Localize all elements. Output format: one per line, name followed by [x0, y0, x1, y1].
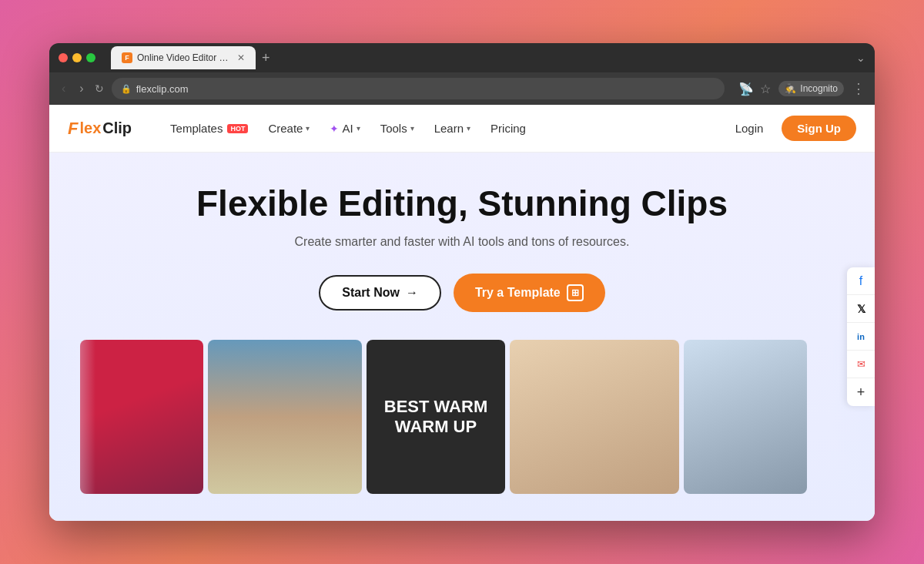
back-button[interactable]: ‹ — [59, 80, 69, 97]
title-bar: F Online Video Editor - Make V ✕ + ⌄ — [49, 43, 875, 72]
create-chevron-icon: ▾ — [306, 124, 310, 133]
facebook-icon: f — [859, 274, 862, 288]
learn-chevron-icon: ▾ — [467, 124, 470, 133]
gallery-item-4[interactable] — [510, 340, 679, 494]
try-template-button[interactable]: Try a Template ⊞ — [454, 274, 605, 312]
ai-label: AI — [342, 122, 353, 135]
email-icon: ✉ — [857, 358, 865, 370]
hero-section: Flexible Editing, Stunning Clips Create … — [49, 153, 875, 521]
warmup-line1: BEST WARM — [384, 397, 487, 417]
cast-icon[interactable]: 📡 — [738, 82, 754, 96]
forward-button[interactable]: › — [76, 80, 86, 97]
tools-label: Tools — [380, 122, 407, 135]
email-share-button[interactable]: ✉ — [847, 351, 875, 378]
couple-thumbnail — [510, 340, 679, 494]
gallery-fade-left — [49, 340, 95, 494]
twitter-share-button[interactable]: 𝕏 — [847, 295, 875, 323]
tab-extension-button[interactable]: ⌄ — [856, 52, 865, 64]
tools-chevron-icon: ▾ — [410, 124, 414, 133]
tab-close-icon[interactable]: ✕ — [237, 52, 245, 63]
address-bar: ‹ › ↻ 🔒 flexclip.com 📡 ☆ 🕵 Incognito ⋮ — [49, 72, 875, 105]
refresh-button[interactable]: ↻ — [95, 82, 104, 95]
incognito-indicator: 🕵 Incognito — [778, 81, 844, 96]
minimize-button[interactable] — [72, 53, 82, 62]
url-text: flexclip.com — [136, 83, 189, 95]
bookmark-icon[interactable]: ☆ — [760, 82, 771, 96]
gallery-item-2[interactable] — [208, 340, 362, 494]
social-sidebar: f 𝕏 in ✉ + — [847, 267, 875, 406]
template-gallery: BEST WARM WARM UP — [49, 340, 875, 494]
linkedin-icon: in — [857, 332, 865, 341]
warmup-line2: WARM UP — [384, 417, 487, 437]
tab-title: Online Video Editor - Make V — [137, 52, 229, 63]
hot-badge: HOT — [227, 124, 248, 133]
ai-star-icon: ✦ — [330, 123, 339, 135]
start-now-button[interactable]: Start Now → — [319, 275, 441, 311]
gallery-item-1[interactable] — [80, 340, 203, 494]
ai-chevron-icon: ▾ — [357, 124, 360, 133]
signup-button[interactable]: Sign Up — [782, 116, 856, 141]
new-tab-button[interactable]: + — [262, 51, 270, 65]
nav-pricing[interactable]: Pricing — [483, 117, 534, 139]
pricing-label: Pricing — [490, 122, 526, 135]
warmup-text: BEST WARM WARM UP — [384, 397, 487, 438]
tab-favicon-icon: F — [122, 52, 132, 63]
template-grid-icon: ⊞ — [567, 284, 584, 301]
start-now-label: Start Now — [342, 286, 400, 300]
twitter-icon: 𝕏 — [857, 303, 865, 315]
url-bar[interactable]: 🔒 flexclip.com — [112, 78, 725, 99]
logo-f-letter: F — [68, 119, 78, 139]
site-nav: FlexClip Templates HOT Create ▾ ✦ AI ▾ T… — [49, 105, 875, 153]
nav-links: Templates HOT Create ▾ ✦ AI ▾ Tools ▾ — [162, 117, 726, 139]
hero-title: Flexible Editing, Stunning Clips — [196, 183, 728, 224]
arrow-icon: → — [406, 286, 418, 300]
nav-learn[interactable]: Learn ▾ — [427, 117, 478, 139]
site-logo[interactable]: FlexClip — [68, 119, 132, 139]
hero-buttons: Start Now → Try a Template ⊞ — [319, 274, 605, 312]
try-template-label: Try a Template — [475, 286, 561, 300]
learn-label: Learn — [434, 122, 464, 135]
browser-window: F Online Video Editor - Make V ✕ + ⌄ ‹ ›… — [49, 43, 875, 521]
create-label: Create — [268, 122, 303, 135]
logo-clip-text: Clip — [102, 119, 132, 137]
facebook-share-button[interactable]: f — [847, 267, 875, 295]
gallery-item-5[interactable] — [684, 340, 807, 494]
nav-create[interactable]: Create ▾ — [260, 117, 317, 139]
more-share-button[interactable]: + — [847, 378, 875, 406]
traffic-lights — [59, 53, 95, 62]
page-content: FlexClip Templates HOT Create ▾ ✦ AI ▾ T… — [49, 105, 875, 521]
landscape-thumbnail — [208, 340, 362, 494]
plus-icon: + — [857, 384, 865, 401]
fashion-thumbnail — [684, 340, 807, 494]
red-device-thumbnail — [80, 340, 203, 494]
active-tab[interactable]: F Online Video Editor - Make V ✕ — [111, 46, 256, 69]
linkedin-share-button[interactable]: in — [847, 323, 875, 351]
nav-templates[interactable]: Templates HOT — [162, 117, 256, 139]
lock-icon: 🔒 — [121, 84, 132, 94]
nav-ai[interactable]: ✦ AI ▾ — [322, 117, 367, 139]
templates-label: Templates — [170, 122, 223, 135]
maximize-button[interactable] — [86, 53, 95, 62]
tab-bar: F Online Video Editor - Make V ✕ + ⌄ — [111, 46, 865, 69]
hero-subtitle: Create smarter and faster with AI tools … — [295, 235, 630, 249]
incognito-icon: 🕵 — [785, 83, 796, 94]
nav-right: Login Sign Up — [726, 116, 856, 141]
close-button[interactable] — [59, 53, 68, 62]
gallery-item-3[interactable]: BEST WARM WARM UP — [367, 340, 505, 494]
browser-menu-button[interactable]: ⋮ — [852, 80, 865, 97]
gallery-wrapper: BEST WARM WARM UP — [49, 340, 875, 494]
nav-tools[interactable]: Tools ▾ — [373, 117, 422, 139]
incognito-label: Incognito — [800, 83, 838, 94]
address-bar-icons: 📡 ☆ — [738, 82, 771, 96]
login-button[interactable]: Login — [726, 117, 773, 139]
logo-flex-text: lex — [79, 119, 101, 137]
